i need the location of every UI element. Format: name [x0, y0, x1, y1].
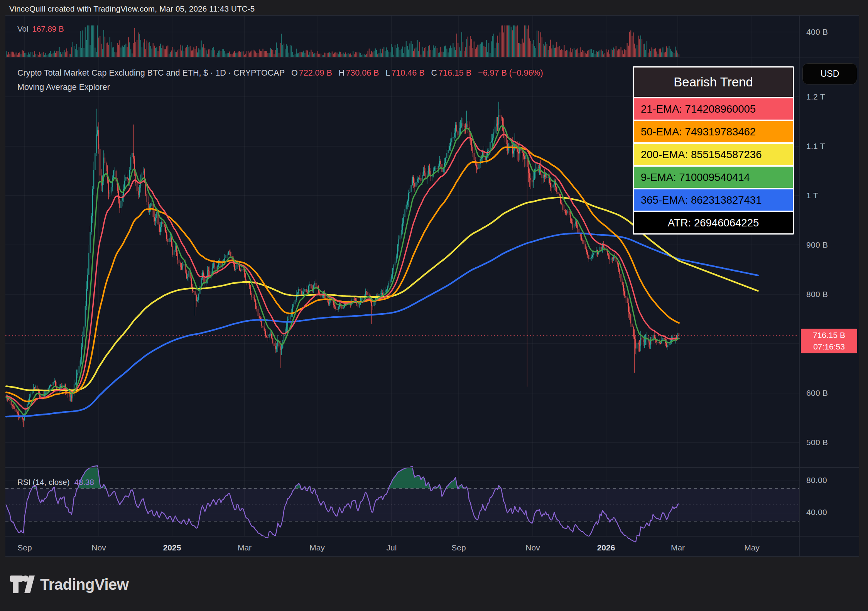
price-axis-label: 400 B	[806, 27, 828, 37]
last-price-label: 716.15 B 07:16:53	[801, 329, 857, 353]
high-label: H	[339, 68, 345, 78]
time-axis-label: Jul	[387, 543, 397, 552]
volume-value: 167.89 B	[32, 24, 64, 34]
change-value: −6.97 B (−0.96%)	[478, 68, 543, 78]
legend-row: 365-EMA: 862313827431	[634, 189, 793, 211]
price-axis-label: 40.00	[806, 508, 827, 517]
time-axis-label: 2025	[163, 543, 181, 552]
volume-indicator-label: Vol 167.89 B	[17, 24, 64, 34]
time-axis-label: May	[744, 543, 760, 552]
ohlc-open: O 722.09 B	[291, 68, 332, 78]
time-axis-label: Mar	[671, 543, 685, 552]
legend-row: ATR: 26946064225	[634, 212, 793, 233]
price-axis-label: 600 B	[806, 388, 828, 398]
price-axis-label: 1.2 T	[806, 92, 825, 101]
open-value: 722.09 B	[299, 68, 332, 78]
ohlc-low: L 710.46 B	[385, 68, 424, 78]
rsi-indicator-label: RSI (14, close) 48.38	[17, 478, 94, 487]
legend-row: 21-EMA: 714208960005	[634, 98, 793, 120]
tradingview-chart-page: VinceQuill created with TradingView.com,…	[0, 0, 868, 611]
last-price-value: 716.15 B	[813, 329, 845, 341]
tradingview-logo: TradingView	[10, 576, 128, 593]
tradingview-logo-icon	[10, 576, 35, 593]
symbol-header: Crypto Total Market Cap Excluding BTC an…	[17, 68, 543, 78]
time-axis-label: Nov	[91, 543, 106, 552]
legend-row: 200-EMA: 855154587236	[634, 144, 793, 165]
time-axis-label: May	[309, 543, 325, 552]
trend-legend-box: Bearish Trend 21-EMA: 71420896000550-EMA…	[633, 66, 794, 235]
high-value: 730.06 B	[346, 68, 379, 78]
symbol-title: Crypto Total Market Cap Excluding BTC an…	[17, 68, 285, 78]
indicator-title: Moving Average Explorer	[17, 83, 110, 92]
price-axis-label: 900 B	[806, 240, 828, 250]
price-axis-label: 800 B	[806, 290, 828, 299]
low-value: 710.46 B	[391, 68, 424, 78]
time-axis-label: 2026	[597, 543, 615, 552]
tradingview-logo-text: TradingView	[40, 576, 128, 593]
ohlc-high: H 730.06 B	[339, 68, 379, 78]
currency-toggle-button[interactable]: USD	[802, 63, 857, 84]
time-axis-label: Mar	[238, 543, 252, 552]
close-label: C	[431, 68, 437, 78]
ohlc-close: C 716.15 B	[431, 68, 472, 78]
time-axis-label: Sep	[451, 543, 466, 552]
rsi-value: 48.38	[74, 478, 94, 487]
price-axis-label: 1 T	[806, 191, 818, 200]
bar-countdown: 07:16:53	[813, 341, 845, 353]
time-axis-label: Sep	[17, 543, 32, 552]
rsi-label-text: RSI (14, close)	[17, 478, 70, 487]
volume-label: Vol	[17, 24, 29, 34]
attribution-text: VinceQuill created with TradingView.com,…	[9, 4, 255, 14]
low-label: L	[385, 68, 390, 78]
legend-row: 50-EMA: 749319783462	[634, 121, 793, 142]
trend-legend-title: Bearish Trend	[634, 68, 793, 97]
open-label: O	[291, 68, 298, 78]
time-axis-label: Nov	[525, 543, 540, 552]
price-axis-label: 1.1 T	[806, 142, 825, 151]
price-axis-label: 500 B	[806, 438, 828, 447]
price-axis-label: 80.00	[806, 476, 827, 485]
legend-row: 9-EMA: 710009540414	[634, 167, 793, 188]
close-value: 716.15 B	[438, 68, 471, 78]
